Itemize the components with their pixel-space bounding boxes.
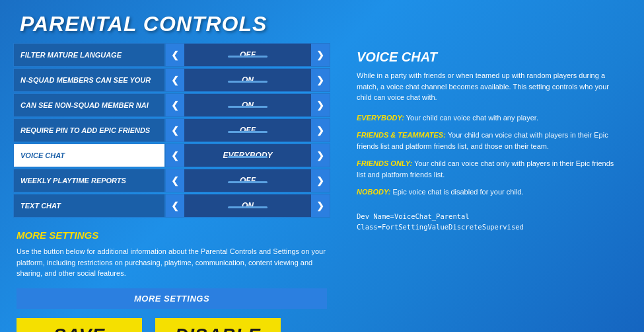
arrow-left-0[interactable]: ❮ xyxy=(166,44,184,66)
setting-label-0: FILTER MATURE LANGUAGE xyxy=(13,43,165,67)
setting-control-5: ❮ OFF ❯ xyxy=(165,169,330,192)
more-settings-title: MORE SETTINGS xyxy=(17,229,327,241)
setting-row-weekly-playtime: WEEKLY PLAYTIME REPORTS ❮ OFF ❯ xyxy=(13,169,330,192)
more-settings-button[interactable]: MORE SETTINGS xyxy=(17,288,327,309)
setting-label-2: CAN SEE NON-SQUAD MEMBER NAI xyxy=(13,93,165,117)
voice-chat-intro: While in a party with friends or when te… xyxy=(357,70,624,103)
setting-value-6: ON xyxy=(184,201,311,210)
setting-value-2: ON xyxy=(184,101,311,110)
dev-class: Class=FortSettingValueDiscreteSupervised xyxy=(357,222,624,233)
setting-control-3: ❮ OFF ❯ xyxy=(165,118,330,142)
voice-option-friends-teammates: FRIENDS & TEAMMATES: Your child can voic… xyxy=(357,130,624,151)
arrow-left-6[interactable]: ❮ xyxy=(166,194,184,217)
arrow-left-4[interactable]: ❮ xyxy=(166,144,184,167)
setting-value-3: OFF xyxy=(184,126,311,135)
save-button[interactable]: SAVE xyxy=(17,318,142,333)
action-buttons: SAVE DISABLE xyxy=(13,318,330,333)
setting-row-voice-chat: VOICE CHAT ❮ EVERYBODY ❯ xyxy=(13,144,330,167)
arrow-right-2[interactable]: ❯ xyxy=(311,94,330,116)
dev-name: Dev Name=VoiceChat_Parental xyxy=(357,211,624,222)
arrow-right-3[interactable]: ❯ xyxy=(311,119,330,142)
voice-option-friends-only: FRIENDS ONLY: Your child can voice chat … xyxy=(357,158,624,180)
setting-row-text-chat: TEXT CHAT ❮ ON ❯ xyxy=(13,194,330,218)
setting-value-0: OFF xyxy=(184,50,311,60)
arrow-right-4[interactable]: ❯ xyxy=(311,144,330,167)
setting-control-2: ❮ ON ❯ xyxy=(165,93,330,117)
voice-option-everybody: EVERYBODY: Your child can voice chat wit… xyxy=(357,112,624,124)
setting-value-1: ON xyxy=(184,75,311,85)
setting-value-5: OFF xyxy=(184,176,311,185)
arrow-right-6[interactable]: ❯ xyxy=(311,194,330,217)
setting-control-4: ❮ EVERYBODY ❯ xyxy=(165,144,330,167)
disable-button[interactable]: DISABLE xyxy=(155,318,281,333)
setting-label-6: TEXT CHAT xyxy=(13,194,165,218)
setting-label-5: WEEKLY PLAYTIME REPORTS xyxy=(13,169,165,192)
voice-option-friends-only-key: FRIENDS ONLY: xyxy=(357,159,412,167)
voice-option-nobody: NOBODY: Epic voice chat is disabled for … xyxy=(357,187,624,198)
dev-info: Dev Name=VoiceChat_Parental Class=FortSe… xyxy=(357,211,624,233)
setting-control-0: ❮ OFF ❯ xyxy=(165,43,330,67)
setting-control-1: ❮ ON ❯ xyxy=(165,68,330,92)
page-title: PARENTAL CONTROLS xyxy=(0,0,644,43)
setting-label-4: VOICE CHAT xyxy=(13,144,165,167)
more-settings-section: MORE SETTINGS Use the button below for a… xyxy=(13,229,330,309)
setting-row-can-see-non-squad: CAN SEE NON-SQUAD MEMBER NAI ❮ ON ❯ xyxy=(13,93,330,117)
left-panel: FILTER MATURE LANGUAGE ❮ OFF ❯ N-SQUAD M… xyxy=(13,43,330,332)
right-panel: VOICE CHAT While in a party with friends… xyxy=(343,43,631,332)
voice-chat-title: VOICE CHAT xyxy=(357,50,624,65)
arrow-right-0[interactable]: ❯ xyxy=(311,44,330,66)
voice-option-nobody-key: NOBODY: xyxy=(357,188,390,196)
more-settings-description: Use the button below for additional info… xyxy=(17,246,327,279)
voice-option-friends-teammates-key: FRIENDS & TEAMMATES: xyxy=(357,131,446,139)
setting-row-require-pin: REQUIRE PIN TO ADD EPIC FRIENDS ❮ OFF ❯ xyxy=(13,118,330,142)
arrow-left-5[interactable]: ❮ xyxy=(166,169,184,192)
setting-label-1: N-SQUAD MEMBERS CAN SEE YOUR xyxy=(13,68,165,92)
arrow-right-1[interactable]: ❯ xyxy=(311,69,330,91)
setting-control-6: ❮ ON ❯ xyxy=(165,194,330,218)
setting-value-4: EVERYBODY xyxy=(184,151,311,160)
setting-label-3: REQUIRE PIN TO ADD EPIC FRIENDS xyxy=(13,118,165,142)
setting-row-filter-mature-language: FILTER MATURE LANGUAGE ❮ OFF ❯ xyxy=(13,43,330,67)
settings-list: FILTER MATURE LANGUAGE ❮ OFF ❯ N-SQUAD M… xyxy=(13,43,330,218)
arrow-left-3[interactable]: ❮ xyxy=(166,119,184,142)
setting-row-non-squad: N-SQUAD MEMBERS CAN SEE YOUR ❮ ON ❯ xyxy=(13,68,330,92)
voice-option-everybody-text: Your child can voice chat with any playe… xyxy=(404,114,538,122)
voice-option-nobody-text: Epic voice chat is disabled for your chi… xyxy=(390,188,523,196)
arrow-left-1[interactable]: ❮ xyxy=(166,69,184,91)
voice-option-everybody-key: EVERYBODY: xyxy=(357,114,404,122)
arrow-left-2[interactable]: ❮ xyxy=(166,94,184,116)
arrow-right-5[interactable]: ❯ xyxy=(311,169,330,192)
